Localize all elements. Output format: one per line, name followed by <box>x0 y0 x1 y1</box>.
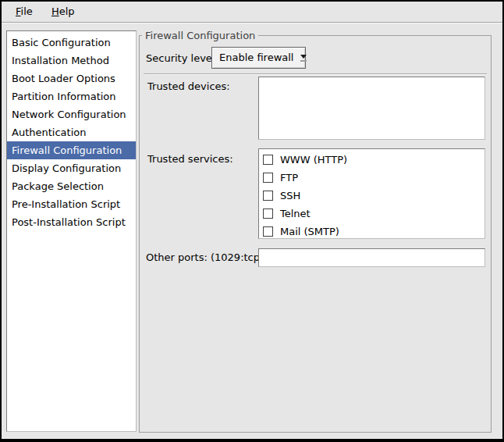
service-row-ftp[interactable]: FTP <box>259 169 484 187</box>
sidebar-item-package-selection[interactable]: Package Selection <box>7 177 136 195</box>
menu-help-label: elp <box>59 5 75 17</box>
sidebar-item-authentication[interactable]: Authentication <box>7 123 136 141</box>
sidebar-item-post-installation-script[interactable]: Post-Installation Script <box>7 213 136 231</box>
menu-file[interactable]: File <box>8 2 41 22</box>
sidebar-item-partition-information[interactable]: Partition Information <box>7 87 136 105</box>
menu-help-mnemonic: H <box>51 5 59 17</box>
firewall-configuration-frame: Firewall Configuration Security level: E… <box>139 35 492 433</box>
trusted-services-label: Trusted services: <box>147 153 233 165</box>
service-row-telnet[interactable]: Telnet <box>259 205 484 223</box>
sidebar-item-boot-loader-options[interactable]: Boot Loader Options <box>7 70 136 87</box>
other-ports-label: Other ports: (1029:tcp) <box>146 248 264 267</box>
menu-help[interactable]: Help <box>44 2 83 22</box>
sidebar-item-display-configuration[interactable]: Display Configuration <box>7 159 136 177</box>
service-label-telnet: Telnet <box>280 208 311 219</box>
service-row-mail-smtp[interactable]: Mail (SMTP) <box>259 223 484 239</box>
menu-file-label: ile <box>21 5 33 17</box>
service-label-ssh: SSH <box>280 190 300 201</box>
service-label-ftp: FTP <box>280 172 298 184</box>
security-level-dropdown[interactable]: Enable firewall <box>211 47 306 69</box>
trusted-services-list: WWW (HTTP) FTP SSH Telnet Mail (SMTP) <box>258 148 485 239</box>
other-ports-input[interactable] <box>258 248 485 267</box>
service-row-www-http[interactable]: WWW (HTTP) <box>259 151 484 169</box>
sidebar-item-network-configuration[interactable]: Network Configuration <box>7 105 136 123</box>
sidebar-item-installation-method[interactable]: Installation Method <box>7 52 136 70</box>
sidebar-item-pre-installation-script[interactable]: Pre-Installation Script <box>7 195 136 213</box>
kickstart-configurator-window: File Help Basic Configuration Installati… <box>0 0 504 442</box>
trusted-devices-list[interactable] <box>258 77 485 140</box>
service-label-www-http: WWW (HTTP) <box>280 154 347 166</box>
section-list: Basic Configuration Installation Method … <box>6 30 137 432</box>
security-level-value: Enable firewall <box>212 48 300 68</box>
menubar: File Help <box>2 2 502 23</box>
checkbox-mail-smtp[interactable] <box>263 226 273 237</box>
chevron-down-icon <box>300 48 307 68</box>
sidebar-item-basic-configuration[interactable]: Basic Configuration <box>7 34 136 52</box>
service-label-mail-smtp: Mail (SMTP) <box>280 226 339 237</box>
horizontal-separator <box>144 73 487 75</box>
checkbox-ssh[interactable] <box>263 191 273 201</box>
trusted-devices-label: Trusted devices: <box>147 80 230 92</box>
service-row-ssh[interactable]: SSH <box>259 187 484 205</box>
security-level-label: Security level: <box>146 48 218 69</box>
sidebar-item-firewall-configuration[interactable]: Firewall Configuration <box>7 141 136 159</box>
checkbox-ftp[interactable] <box>263 173 273 183</box>
frame-title: Firewall Configuration <box>142 29 258 42</box>
checkbox-www-http[interactable] <box>263 155 273 165</box>
checkbox-telnet[interactable] <box>263 209 273 219</box>
